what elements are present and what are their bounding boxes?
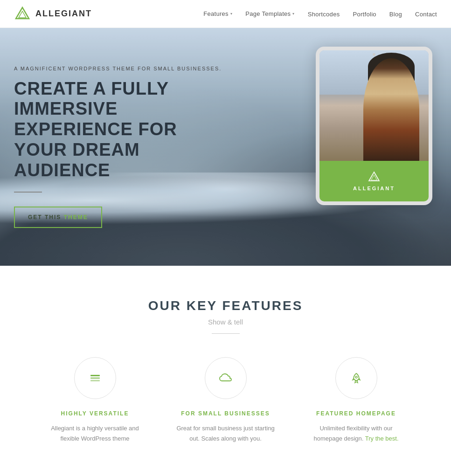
tablet-screen: ALLEGIANT <box>319 50 429 201</box>
logo-icon <box>14 6 31 22</box>
feature-item-business: FOR SMALL BUSINESSES Great for small bus… <box>174 357 277 444</box>
features-divider <box>212 333 240 334</box>
tablet-photo <box>319 50 429 161</box>
brand-name: ALLEGIANT <box>35 9 92 19</box>
nav-item-contact[interactable]: Contact <box>415 10 437 18</box>
nav-menu: Features ▾ Page Templates ▾ Shortcodes P… <box>203 10 437 18</box>
feature-desc-3: Unlimited flexibility with our homepage … <box>305 423 408 444</box>
hero-tagline: A MAGNIFICENT WORDPRESS THEME FOR SMALL … <box>14 66 229 71</box>
rocket-icon <box>350 372 363 385</box>
tablet-mockup: ALLEGIANT <box>316 47 432 205</box>
feature-title-3: FEATURED HOMEPAGE <box>316 410 396 417</box>
nav-item-portfolio[interactable]: Portfolio <box>353 10 376 18</box>
feature-item-homepage: FEATURED HOMEPAGE Unlimited flexibility … <box>305 357 408 444</box>
logo-link[interactable]: ALLEGIANT <box>14 6 92 22</box>
svg-point-7 <box>355 376 357 378</box>
svg-rect-5 <box>90 378 100 379</box>
hero-section: A MAGNIFICENT WORDPRESS THEME FOR SMALL … <box>0 28 451 266</box>
features-subtitle: Show & tell <box>14 318 437 326</box>
navbar: ALLEGIANT Features ▾ Page Templates ▾ Sh… <box>0 0 451 28</box>
chevron-down-icon: ▾ <box>230 12 232 16</box>
feature-icon-circle-2 <box>205 357 247 399</box>
feature-desc-1: Allegiant is a highly versatile and flex… <box>44 423 146 444</box>
feature-title-1: HIGHLY VERSATILE <box>61 410 129 417</box>
hero-divider <box>14 192 42 193</box>
hero-title: CREATE A FULLY IMMERSIVE EXPERIENCE FOR … <box>14 79 229 180</box>
svg-marker-0 <box>16 7 29 19</box>
features-grid: HIGHLY VERSATILE Allegiant is a highly v… <box>14 357 437 444</box>
feature-desc-2: Great for small business just starting o… <box>174 423 277 444</box>
cloud-icon <box>218 372 233 385</box>
feature-title-2: FOR SMALL BUSINESSES <box>181 410 270 417</box>
tablet-brand-bar: ALLEGIANT <box>319 161 429 201</box>
tablet-brand-name: ALLEGIANT <box>353 186 395 191</box>
features-title: OUR KEY FEATURES <box>14 298 437 313</box>
tablet-camera <box>373 53 375 56</box>
chevron-down-icon: ▾ <box>292 12 294 16</box>
tablet-logo-icon <box>368 171 381 184</box>
svg-marker-2 <box>369 172 379 181</box>
nav-item-page-templates[interactable]: Page Templates ▾ <box>245 10 295 17</box>
nav-item-shortcodes[interactable]: Shortcodes <box>308 10 340 18</box>
layers-icon <box>89 372 102 385</box>
feature-icon-circle-1 <box>74 357 116 399</box>
nav-item-blog[interactable]: Blog <box>389 10 402 18</box>
nav-item-features[interactable]: Features ▾ <box>203 10 232 17</box>
features-section: OUR KEY FEATURES Show & tell HIGHLY VERS… <box>0 266 451 476</box>
feature-item-versatile: HIGHLY VERSATILE Allegiant is a highly v… <box>44 357 146 444</box>
tablet-frame: ALLEGIANT <box>316 47 432 205</box>
get-theme-button[interactable]: GET THIS THEME <box>14 207 102 228</box>
hero-content: A MAGNIFICENT WORDPRESS THEME FOR SMALL … <box>0 28 248 266</box>
feature-icon-circle-3 <box>335 357 377 399</box>
svg-rect-4 <box>90 380 100 381</box>
svg-rect-6 <box>90 375 100 376</box>
